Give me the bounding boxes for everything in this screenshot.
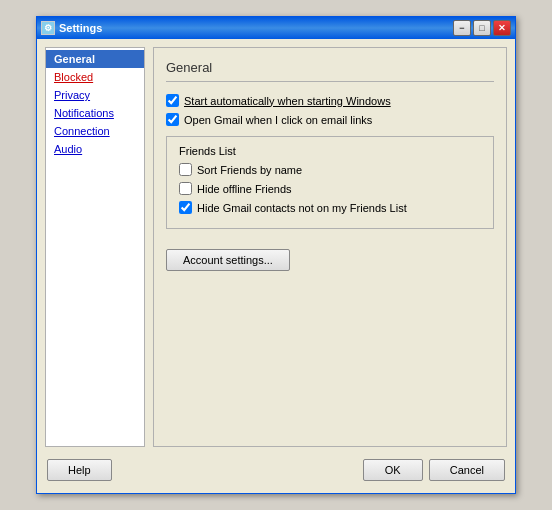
sidebar-item-notifications[interactable]: Notifications: [46, 104, 144, 122]
open-gmail-label[interactable]: Open Gmail when I click on email links: [184, 114, 372, 126]
minimize-button[interactable]: −: [453, 20, 471, 36]
content-panel: General Start automatically when startin…: [153, 47, 507, 447]
sidebar: General Blocked Privacy Notifications Co…: [45, 47, 145, 447]
cancel-button[interactable]: Cancel: [429, 459, 505, 481]
open-gmail-row: Open Gmail when I click on email links: [166, 113, 494, 126]
close-button[interactable]: ✕: [493, 20, 511, 36]
settings-dialog: ⚙ Settings − □ ✕ General Blocked Privacy…: [36, 16, 516, 494]
bottom-bar: Help OK Cancel: [45, 455, 507, 485]
account-settings-button[interactable]: Account settings...: [166, 249, 290, 271]
sidebar-item-general[interactable]: General: [46, 50, 144, 68]
hide-gmail-contacts-row: Hide Gmail contacts not on my Friends Li…: [179, 201, 481, 214]
window-title: Settings: [59, 22, 102, 34]
sidebar-item-connection[interactable]: Connection: [46, 122, 144, 140]
section-divider: [166, 81, 494, 82]
autostart-checkbox[interactable]: [166, 94, 179, 107]
sort-friends-checkbox[interactable]: [179, 163, 192, 176]
open-gmail-checkbox[interactable]: [166, 113, 179, 126]
hide-gmail-contacts-checkbox[interactable]: [179, 201, 192, 214]
hide-offline-checkbox[interactable]: [179, 182, 192, 195]
bottom-right: OK Cancel: [363, 459, 505, 481]
hide-offline-row: Hide offline Friends: [179, 182, 481, 195]
sort-friends-label[interactable]: Sort Friends by name: [197, 164, 302, 176]
hide-gmail-contacts-label[interactable]: Hide Gmail contacts not on my Friends Li…: [197, 202, 407, 214]
sidebar-item-privacy[interactable]: Privacy: [46, 86, 144, 104]
ok-button[interactable]: OK: [363, 459, 423, 481]
friends-list-title: Friends List: [179, 145, 481, 157]
main-content: General Blocked Privacy Notifications Co…: [45, 47, 507, 447]
bottom-left: Help: [47, 459, 112, 481]
maximize-button[interactable]: □: [473, 20, 491, 36]
window-body: General Blocked Privacy Notifications Co…: [37, 39, 515, 493]
window-icon: ⚙: [41, 21, 55, 35]
sidebar-item-blocked[interactable]: Blocked: [46, 68, 144, 86]
friends-list-group: Friends List Sort Friends by name Hide o…: [166, 136, 494, 229]
autostart-label[interactable]: Start automatically when starting Window…: [184, 95, 391, 107]
sort-friends-row: Sort Friends by name: [179, 163, 481, 176]
content-title: General: [166, 60, 494, 75]
autostart-row: Start automatically when starting Window…: [166, 94, 494, 107]
title-bar-text: ⚙ Settings: [41, 21, 102, 35]
title-controls: − □ ✕: [453, 20, 511, 36]
sidebar-item-audio[interactable]: Audio: [46, 140, 144, 158]
title-bar: ⚙ Settings − □ ✕: [37, 17, 515, 39]
help-button[interactable]: Help: [47, 459, 112, 481]
hide-offline-label[interactable]: Hide offline Friends: [197, 183, 292, 195]
